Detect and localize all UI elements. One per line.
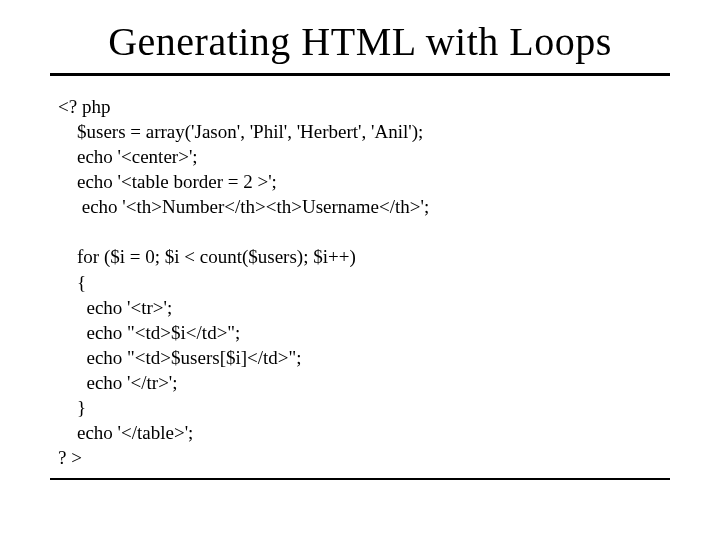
code-line: echo '<center>';	[58, 146, 198, 167]
code-line: $users = array('Jason', 'Phil', 'Herbert…	[58, 121, 423, 142]
code-line: {	[58, 272, 86, 293]
code-line: echo "<td>$i</td>";	[58, 322, 240, 343]
code-line: }	[58, 397, 86, 418]
code-line: for ($i = 0; $i < count($users); $i++)	[58, 246, 356, 267]
content-underline	[50, 478, 670, 480]
title-underline	[50, 73, 670, 76]
code-block: <? php $users = array('Jason', 'Phil', '…	[58, 94, 662, 470]
slide-title: Generating HTML with Loops	[0, 18, 720, 65]
code-line: echo '</table>';	[58, 422, 193, 443]
code-line: echo '<table border = 2 >';	[58, 171, 277, 192]
code-line: <? php	[58, 96, 110, 117]
code-line: echo '<th>Number</th><th>Username</th>';	[58, 196, 429, 217]
code-line: echo '</tr>';	[58, 372, 178, 393]
code-line: ? >	[58, 447, 82, 468]
code-line: echo "<td>$users[$i]</td>";	[58, 347, 302, 368]
code-line: echo '<tr>';	[58, 297, 172, 318]
